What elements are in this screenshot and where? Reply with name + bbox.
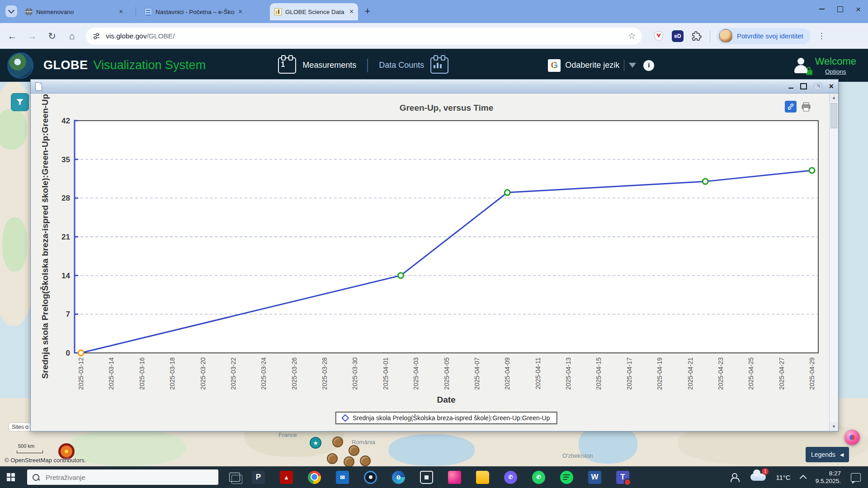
assistant-fab-icon[interactable] (844, 430, 860, 445)
user-unlocked-icon[interactable] (793, 58, 809, 73)
task-view-icon[interactable] (229, 473, 240, 482)
measurements-calendar-icon[interactable]: 1 (278, 57, 296, 74)
x-tick-label: 2025-04-03 (412, 357, 420, 390)
y-tick-label: 35 (61, 155, 70, 164)
new-tab-button[interactable]: + (362, 6, 373, 18)
window-close-icon[interactable]: × (829, 83, 834, 90)
language-label: Odaberite jezik (565, 61, 619, 70)
acrobat-icon[interactable]: ▲ (280, 471, 293, 484)
people-icon[interactable] (731, 473, 741, 481)
media-player-icon[interactable] (364, 471, 377, 484)
antivirus-shield-icon[interactable] (654, 31, 664, 42)
nav-measurements[interactable]: Measurements (302, 61, 356, 70)
map-cluster-marker[interactable] (360, 455, 371, 466)
tray-expand-icon[interactable] (799, 474, 807, 482)
extensions-puzzle-icon[interactable] (692, 31, 702, 41)
window-popout-icon[interactable]: ◥ (814, 83, 822, 90)
temperature-label[interactable]: 11°C (776, 474, 790, 481)
data-point-marker[interactable] (703, 179, 708, 184)
data-point-marker[interactable] (505, 190, 510, 195)
file-explorer-icon[interactable] (476, 471, 489, 484)
x-tick-label: 2025-03-14 (108, 357, 115, 390)
tab-title: Neimenovano (36, 9, 115, 15)
chart-window-titlebar[interactable]: ◥ × (31, 80, 838, 94)
tab-search-button[interactable] (5, 5, 17, 17)
window-minimize-icon[interactable] (788, 88, 793, 89)
x-tick-label: 2025-04-15 (595, 357, 602, 390)
map-cluster-star-marker[interactable]: ★ (310, 437, 321, 449)
window-scrollbar[interactable]: ▲ ▼ (829, 94, 838, 431)
chart-favicon-icon (274, 8, 282, 15)
scroll-up-icon[interactable]: ▲ (830, 94, 838, 102)
forward-button[interactable]: → (24, 28, 40, 44)
brand-title: GLOBE (43, 58, 88, 72)
home-button[interactable]: ⌂ (64, 28, 80, 44)
map-cluster-marker[interactable] (349, 445, 359, 456)
browser-menu-icon[interactable]: ⋮ (818, 31, 826, 41)
maximize-icon[interactable] (837, 6, 843, 12)
address-bar[interactable]: vis.globe.gov/GLOBE/ ☆ (86, 28, 642, 45)
data-point-marker[interactable] (78, 350, 84, 356)
teams-icon[interactable]: T (616, 471, 629, 484)
nav-data-counts[interactable]: Data Counts (379, 61, 424, 70)
ed-extension-icon[interactable]: eD (672, 30, 684, 42)
app-p-icon[interactable]: P (252, 471, 265, 484)
tab-eskole[interactable]: Nastavnici - Početna – e-Škole × (140, 3, 267, 20)
language-selector[interactable]: G Odaberite jezik i (548, 59, 654, 72)
word-icon[interactable]: W (588, 471, 601, 484)
mail-icon[interactable]: ✉ (336, 471, 349, 484)
map-cluster-marker[interactable] (332, 436, 343, 447)
spotify-icon[interactable] (560, 471, 573, 484)
back-button[interactable]: ← (5, 28, 20, 44)
language-dropdown-icon[interactable] (629, 63, 636, 68)
clock[interactable]: 8:27 9.5.2025. (816, 469, 841, 485)
map-sea (389, 434, 475, 466)
site-settings-icon[interactable] (92, 32, 100, 40)
taskbar-search[interactable] (27, 469, 218, 485)
globe-logo[interactable] (7, 52, 33, 79)
tab-close-icon[interactable]: × (119, 8, 123, 15)
globe-favicon-icon (25, 8, 33, 15)
chart-legend[interactable]: Srednja skola Prelog(Školska breza-ispre… (335, 412, 557, 424)
system-tray: 1 11°C 8:27 9.5.2025. (731, 469, 868, 485)
chrome-icon[interactable] (308, 471, 321, 484)
whatsapp-icon[interactable]: ✆ (532, 471, 545, 484)
info-icon[interactable]: i (643, 60, 654, 71)
legends-button[interactable]: Legends ◀ (806, 447, 849, 462)
store-icon[interactable] (420, 471, 433, 484)
weather-cloud-icon[interactable]: 1 (750, 474, 766, 481)
start-button[interactable] (0, 466, 22, 488)
map-cluster-marker[interactable] (344, 456, 354, 467)
tab-neimenovano[interactable]: Neimenovano × (21, 3, 132, 20)
action-center-icon[interactable] (851, 473, 861, 482)
viber-icon[interactable]: ✆ (504, 471, 517, 484)
edge-icon[interactable]: e (392, 471, 405, 484)
x-tick-label: 2025-04-11 (534, 357, 542, 389)
options-link[interactable]: Options (815, 68, 856, 75)
y-tick-label: 21 (61, 233, 70, 241)
scroll-down-icon[interactable]: ▼ (830, 422, 838, 431)
map-cluster-marker[interactable] (327, 453, 338, 464)
x-tick-label: 2025-04-09 (504, 357, 511, 390)
profile-chip[interactable]: Potvrdite svoj identitet (717, 28, 811, 44)
tab-close-icon[interactable]: × (349, 8, 354, 15)
photos-icon[interactable] (448, 471, 461, 484)
bookmark-star-icon[interactable]: ☆ (628, 31, 636, 41)
scrollbar-thumb[interactable] (830, 103, 837, 128)
account-area: Welcome Options (793, 56, 856, 75)
data-point-marker[interactable] (398, 273, 403, 278)
reload-button[interactable]: ↻ (44, 28, 60, 44)
minimize-icon[interactable] (819, 9, 825, 9)
tab-close-icon[interactable]: × (238, 8, 242, 15)
window-maximize-icon[interactable] (800, 83, 807, 89)
tab-globe-vis-active[interactable]: GLOBE Science Data Visualizatio × (270, 3, 358, 20)
sites-chip[interactable]: Sites o (9, 423, 31, 431)
close-icon[interactable]: × (856, 5, 861, 14)
taskbar-apps: P ▲ ✉ e ✆ ✆ W T (252, 471, 629, 484)
x-tick-label: 2025-03-30 (351, 357, 359, 390)
data-point-marker[interactable] (809, 168, 815, 173)
data-counts-calendar-icon[interactable] (430, 57, 448, 74)
map-filter-button[interactable] (11, 93, 29, 111)
search-input[interactable] (45, 473, 200, 482)
globe-nav: 1 Measurements Data Counts (278, 57, 448, 74)
